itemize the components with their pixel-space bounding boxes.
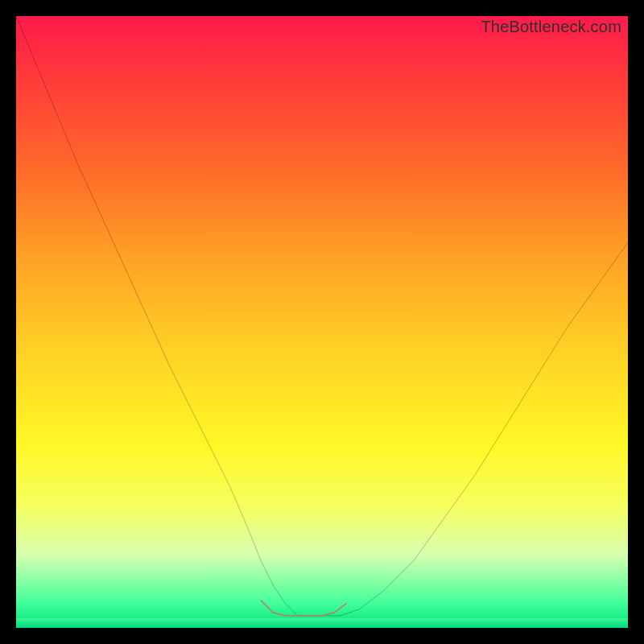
chart-svg: [16, 16, 628, 628]
chart-plot-area: TheBottleneck.com: [16, 16, 628, 628]
chart-frame: TheBottleneck.com: [0, 0, 644, 644]
optimal-range-highlight-path: [261, 601, 346, 616]
bottleneck-curve-path: [16, 16, 628, 616]
